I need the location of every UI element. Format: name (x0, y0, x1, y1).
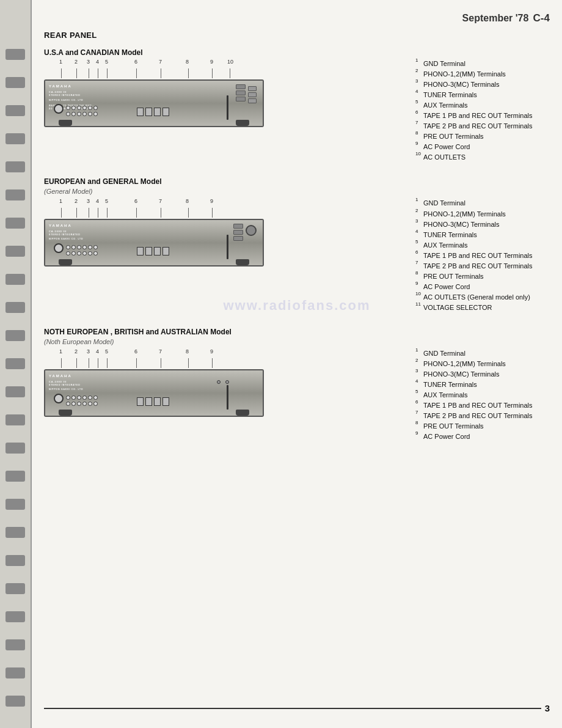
feat-usa-4: 4TUNER Terminals (415, 90, 550, 100)
page-code: C-4 (533, 12, 550, 24)
eur-foot-right (236, 259, 249, 265)
eur-num-1: 1 (59, 198, 62, 204)
eur-num-9: 9 (210, 198, 213, 204)
num-7: 7 (159, 59, 162, 65)
line-4 (98, 68, 98, 78)
eur-num-5: 5 (105, 198, 108, 204)
feat-eur-9: 9AC Power Cord (415, 282, 550, 292)
binding-notch (5, 386, 25, 397)
binding-notch (5, 77, 25, 88)
ne-line-9 (212, 358, 213, 368)
eur-line-5 (107, 208, 108, 218)
line-6 (136, 68, 137, 78)
eur-content: 1 2 3 4 5 6 7 8 9 (44, 198, 550, 313)
binding-notch (5, 161, 25, 172)
eur-num-6: 6 (134, 198, 137, 204)
section-north-eur: NOTH EUROPEAN , BRITISH and AUSTRALIAN M… (44, 328, 550, 442)
binding-notch (5, 583, 25, 594)
ne-title: NOTH EUROPEAN , BRITISH and AUSTRALIAN M… (44, 328, 550, 336)
ne-num-6: 6 (134, 348, 137, 355)
feat-eur-5: 5AUX Terminals (415, 240, 550, 251)
section-usa: U.S.A and CANADIAN Model 1 2 3 4 5 6 7 8… (44, 48, 550, 163)
binding-notch (5, 246, 25, 257)
ne-content: 1 2 3 4 5 6 7 8 9 (44, 348, 550, 442)
feat-eur-6: 6TAPE 1 PB and REC OUT Terminals (415, 251, 550, 261)
num-9: 9 (210, 59, 213, 65)
ne-features: 1GND Terminal 2PHONO-1,2(MM) Terminals 3… (415, 348, 550, 442)
binding-notch (5, 696, 25, 707)
ne-power-cord (227, 385, 228, 410)
num-3: 3 (87, 59, 90, 65)
line-1 (61, 68, 62, 78)
ne-device-image: YAMAHA CA-1000 III STEREO INTEGRATED NIP… (44, 369, 264, 417)
usa-foot-right (236, 120, 249, 126)
line-7 (161, 68, 161, 78)
page-date: September '78 (462, 13, 529, 23)
eur-rca-group (66, 245, 98, 256)
binding-notch (5, 49, 25, 60)
feat-eur-11: 11VOLTAGE SELECTOR (415, 303, 550, 313)
eur-line-1 (61, 208, 62, 218)
usa-gnd (54, 104, 64, 114)
binding-notch (5, 443, 25, 454)
usa-device-inner: YAMAHA CA-1000 III STEREO INTEGRATED NIP… (45, 81, 263, 126)
binding-notch (5, 471, 25, 482)
eur-left: 1 2 3 4 5 6 7 8 9 (44, 198, 407, 267)
feat-usa-7: 7TAPE 2 PB and REC OUT Terminals (415, 121, 550, 131)
feat-usa-8: 8PRE OUT Terminals (415, 131, 550, 142)
binding-notch (5, 414, 25, 425)
ne-foot-right (236, 410, 249, 416)
feat-usa-1: 1GND Terminal (415, 59, 550, 69)
ne-num-4: 4 (96, 348, 99, 355)
binding-notch (5, 358, 25, 369)
feat-usa-6: 6TAPE 1 PB and REC OUT Terminals (415, 111, 550, 121)
binding-notch (5, 527, 25, 538)
line-8 (188, 68, 189, 78)
eur-title: EUROPEAN and GENERAL Model (44, 177, 550, 186)
feat-ne-7: 7TAPE 2 PB and REC OUT Terminals (415, 411, 550, 421)
usa-features: 1GND Terminal 2PHONO-1,2(MM) Terminals 3… (415, 59, 550, 163)
feat-eur-7: 7TAPE 2 PB and REC OUT Terminals (415, 261, 550, 271)
usa-power-cord (227, 95, 228, 120)
ne-num-8: 8 (186, 348, 189, 355)
eur-features: 1GND Terminal 2PHONO-1,2(MM) Terminals 3… (415, 198, 550, 313)
ne-line-3 (89, 358, 89, 368)
usa-num-row: 1 2 3 4 5 6 7 8 9 10 (44, 59, 270, 78)
eur-yamaha-label: YAMAHA CA-1000 III STEREO INTEGRATED NIP… (49, 223, 83, 241)
bottom-bar: 3 (44, 703, 550, 713)
ne-note: (Noth European Model) (44, 338, 550, 345)
feat-ne-5: 5AUX Terminals (415, 390, 550, 400)
section-european: EUROPEAN and GENERAL Model (General Mode… (44, 177, 550, 313)
binding-notch (5, 302, 25, 313)
usa-terminals (137, 108, 169, 116)
ne-num-7: 7 (159, 348, 162, 355)
binding-notch (5, 274, 25, 285)
ne-device-inner: YAMAHA CA-1000 III STEREO INTEGRATED NIP… (45, 370, 263, 416)
eur-line-9 (212, 208, 213, 218)
feat-ne-3: 3PHONO-3(MC) Terminals (415, 369, 550, 380)
eur-foot-left (59, 259, 72, 265)
usa-left: 1 2 3 4 5 6 7 8 9 10 (44, 59, 407, 127)
eur-num-3: 3 (87, 198, 90, 204)
ne-line-8 (188, 358, 189, 368)
feat-ne-9: 9AC Power Cord (415, 432, 550, 442)
num-8: 8 (186, 59, 189, 65)
eur-power-cord (227, 235, 228, 259)
feat-ne-2: 2PHONO-1,2(MM) Terminals (415, 359, 550, 369)
line-5 (107, 68, 108, 78)
eur-line-2 (76, 208, 77, 218)
feat-ne-6: 6TAPE 1 PB and REC OUT Terminals (415, 400, 550, 411)
ne-line-7 (161, 358, 161, 368)
feat-eur-8: 8PRE OUT Terminals (415, 271, 550, 282)
ne-line-1 (61, 358, 62, 368)
num-6: 6 (134, 59, 137, 65)
binding-notch (5, 133, 25, 144)
ne-rca-group (66, 395, 98, 406)
ne-line-4 (98, 358, 98, 368)
ne-outlets (217, 380, 229, 384)
binding-notch (5, 611, 25, 622)
num-10: 10 (227, 59, 233, 65)
feat-ne-4: 4TUNER Terminals (415, 380, 550, 390)
ne-num-row: 1 2 3 4 5 6 7 8 9 (44, 348, 270, 368)
content: September '78 C-4 REAR PANEL www.radiofa… (32, 0, 562, 728)
